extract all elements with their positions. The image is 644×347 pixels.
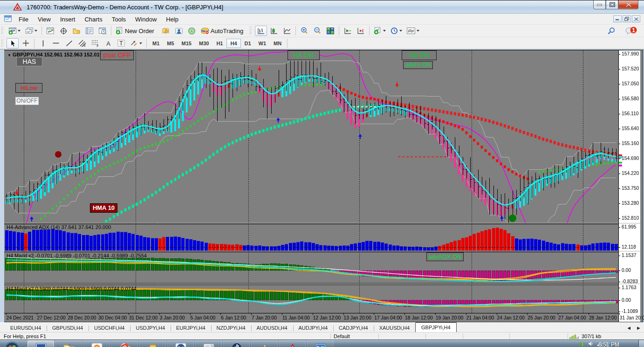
candlestick-mode-button[interactable]: [268, 26, 280, 36]
chart-tab-cadjpyi-h4[interactable]: CADJPYi,H4: [333, 324, 374, 332]
strategy-tester-button[interactable]: [96, 26, 109, 36]
child-minimize-button[interactable]: [613, 15, 622, 22]
community-button[interactable]: [173, 26, 185, 36]
autotrading-button[interactable]: AutoTrading: [199, 26, 248, 36]
chart-button-has[interactable]: HAS: [16, 57, 42, 66]
chart-button-ha-on[interactable]: HA ON: [402, 50, 437, 60]
taskbar-app-orange-app[interactable]: [83, 340, 110, 347]
toolbar-grip[interactable]: [250, 27, 252, 35]
chart-tab-xauusdi-h4[interactable]: XAUUSDi,H4: [374, 324, 415, 332]
chart-button-on-off[interactable]: ON/OFF: [15, 97, 39, 105]
taskbar-app-remote-app[interactable]: [27, 340, 54, 347]
profiles-button[interactable]: [23, 26, 39, 36]
trendline-tool-button[interactable]: [63, 38, 75, 49]
timeframe-m5[interactable]: M5: [163, 39, 178, 48]
metaeditor-button[interactable]: [160, 26, 172, 36]
chart-tab-nzdjpyi-h4[interactable]: NZDJPYi,H4: [211, 324, 251, 332]
chart-tab-audjpyi-h4[interactable]: AUDJPYi,H4: [293, 324, 334, 332]
label-tool-button[interactable]: T: [115, 38, 127, 49]
child-restore-button[interactable]: [623, 15, 631, 22]
chart-button-psar-off[interactable]: psar OFF: [100, 50, 134, 60]
chart-tab-gbpusdi-h4[interactable]: GBPUSDi,H4: [47, 324, 89, 332]
new-chart-button[interactable]: [7, 26, 22, 36]
templates-button[interactable]: [405, 26, 421, 36]
taskbar-app-mt4-app[interactable]: [279, 340, 306, 347]
taskbar-app-word[interactable]: W: [167, 340, 194, 347]
cursor-tool-button[interactable]: [7, 38, 19, 49]
timeframe-m30[interactable]: M30: [195, 39, 212, 48]
text-tool-button[interactable]: A: [102, 38, 114, 49]
toolbar-grip[interactable]: [1, 39, 4, 48]
crosshair-tool-button[interactable]: [20, 38, 32, 49]
taskbar-app-folder[interactable]: [55, 340, 82, 347]
menu-insert[interactable]: Insert: [55, 14, 80, 24]
vertical-line-tool-button[interactable]: [37, 38, 49, 49]
chart-tab-audusdi-h4[interactable]: AUDUSDi,H4: [251, 324, 293, 332]
data-window-button[interactable]: [57, 26, 69, 36]
menu-file[interactable]: File: [14, 14, 33, 24]
auto-scroll-button[interactable]: [342, 26, 354, 36]
taskbar-app-bluetooth[interactable]: [223, 340, 250, 347]
chart-canvas[interactable]: [0, 49, 644, 322]
chart-button-hma-10[interactable]: HMA 10: [90, 203, 117, 213]
tray-chart-green-icon[interactable]: [579, 341, 585, 347]
start-button[interactable]: [4, 341, 20, 347]
show-desktop-button[interactable]: [638, 340, 644, 347]
menu-tools[interactable]: Tools: [107, 14, 130, 24]
timeframe-m15[interactable]: M15: [178, 39, 195, 48]
line-chart-mode-button[interactable]: [281, 26, 293, 36]
maximize-button[interactable]: [606, 0, 618, 9]
minimize-button[interactable]: [593, 0, 606, 9]
taskbar-app-chrome[interactable]: [111, 340, 138, 347]
timeframe-m1[interactable]: M1: [149, 39, 163, 48]
timeframe-mn[interactable]: MN: [270, 39, 285, 48]
tray-volume-icon[interactable]: [588, 341, 594, 347]
chart-button-advadx-on[interactable]: advADX ON: [426, 252, 464, 261]
chart-tab-usdchfi-h4[interactable]: USDCHFi,H4: [89, 324, 130, 332]
taskbar-app-viewer-app[interactable]: [195, 340, 222, 347]
chart-tab-eurusdi-h4[interactable]: EURUSDi,H4: [5, 324, 47, 332]
bar-chart-mode-button[interactable]: [255, 26, 267, 36]
chart-button-ha-on[interactable]: HA ON: [288, 50, 320, 60]
taskbar-app-remote-desktop[interactable]: [307, 340, 334, 347]
chart-button-advfo-on[interactable]: advFo ON: [403, 61, 433, 69]
search-button[interactable]: [605, 26, 617, 36]
tab-scroll-left[interactable]: ◄: [626, 325, 631, 331]
chart-tab-eurjpyi-h4[interactable]: EURJPYi,H4: [171, 324, 211, 332]
taskbar-app-dict-app[interactable]: [139, 340, 166, 347]
signals-button[interactable]: [186, 26, 198, 36]
timeframe-h4[interactable]: H4: [226, 39, 240, 48]
chart-shift-button[interactable]: [355, 26, 367, 36]
new-order-button[interactable]: New Order: [114, 26, 159, 36]
navigator-button[interactable]: [70, 26, 82, 36]
periods-button[interactable]: [389, 26, 404, 36]
status-profile[interactable]: Default: [334, 333, 350, 340]
close-button[interactable]: [618, 0, 638, 9]
menu-charts[interactable]: Charts: [80, 14, 107, 24]
toolbar-grip[interactable]: [1, 27, 4, 35]
taskbar-app-vlc[interactable]: [251, 340, 278, 347]
zoom-in-button[interactable]: [298, 26, 310, 36]
tab-scroll-right[interactable]: ►: [636, 325, 641, 331]
chat-notifications-button[interactable]: 1: [623, 26, 639, 36]
timeframe-w1[interactable]: W1: [255, 39, 270, 48]
fibonacci-tool-button[interactable]: F: [89, 38, 101, 49]
chart-window-icon[interactable]: [4, 15, 12, 23]
market-watch-button[interactable]: [44, 26, 56, 36]
timeframe-h1[interactable]: H1: [212, 39, 226, 48]
menu-help[interactable]: Help: [161, 14, 183, 24]
terminal-button[interactable]: [83, 26, 96, 36]
taskbar-clock[interactable]: 6:51 PM: [598, 341, 619, 347]
tile-windows-button[interactable]: [324, 26, 336, 36]
chart-tab-gbpjpyi-h4[interactable]: GBPJPYi,H4: [415, 322, 457, 332]
symbol-collapse-icon[interactable]: ▼: [7, 53, 11, 57]
channel-tool-button[interactable]: E: [76, 38, 88, 49]
horizontal-line-tool-button[interactable]: [50, 38, 62, 49]
timeframe-d1[interactable]: D1: [241, 39, 255, 48]
chart-button-hilow[interactable]: HiLow: [15, 83, 42, 93]
menu-window[interactable]: Window: [130, 14, 161, 24]
indicators-button[interactable]: [372, 26, 388, 36]
child-close-button[interactable]: [632, 15, 640, 22]
zoom-out-button[interactable]: [311, 26, 323, 36]
chart-tab-usdjpyi-h4[interactable]: USDJPYi,H4: [130, 324, 171, 332]
